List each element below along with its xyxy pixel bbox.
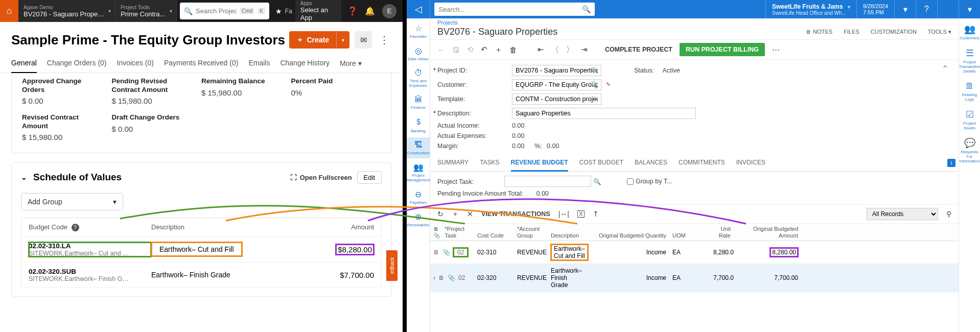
tab-more[interactable]: More ▾ xyxy=(340,56,362,73)
tab-balances[interactable]: BALANCES xyxy=(635,159,667,171)
tab-tasks[interactable]: TASKS xyxy=(480,159,499,171)
sidebar-item-time[interactable]: ⏱Time and Expenses xyxy=(407,65,430,91)
chevron-down-icon[interactable]: ⌄ xyxy=(21,173,27,181)
grid-row[interactable]: ›🗎📎 02 02-320 REVENUE Earthwork– Finish … xyxy=(430,264,959,292)
tab-general[interactable]: General xyxy=(11,56,37,73)
project-task-filter[interactable] xyxy=(504,176,591,187)
chevron-down-icon[interactable]: ▾ xyxy=(894,0,916,18)
star-icon[interactable]: ★ xyxy=(272,0,285,22)
sidebar-item-construction[interactable]: 🏗Construction xyxy=(407,137,430,158)
sidebar-item-payables[interactable]: ⊖Payables xyxy=(407,186,430,208)
global-search[interactable]: 🔍 xyxy=(434,3,595,16)
back-icon[interactable]: ◁ xyxy=(407,0,430,18)
note-icon[interactable]: 🗎 xyxy=(438,274,445,281)
notes-link[interactable]: 🗎 NOTES xyxy=(806,29,832,35)
apps-dropdown[interactable]: Apps Select an App xyxy=(295,0,341,22)
next-icon[interactable]: 〉 xyxy=(566,45,574,55)
tool-dropdown[interactable]: Project Tools Prime Contra... ▾ xyxy=(115,0,177,22)
group-by-task[interactable]: Group by T... xyxy=(627,178,672,185)
project-id-field[interactable] xyxy=(512,65,601,76)
help-icon[interactable]: ? xyxy=(72,224,79,231)
customer-field[interactable] xyxy=(512,79,601,90)
avatar[interactable]: E xyxy=(382,4,396,18)
breadcrumb[interactable]: Projects xyxy=(430,18,959,27)
tab-invoices[interactable]: INVOICES xyxy=(736,159,765,171)
add-group-select[interactable]: Add Group ▾ xyxy=(21,193,123,210)
search-icon[interactable]: 🔍 xyxy=(591,81,598,88)
add-icon[interactable]: ＋ xyxy=(495,45,502,55)
sidebar-transactions[interactable]: ☰Project Transaction Details xyxy=(959,48,980,74)
clip-icon[interactable]: 📎 xyxy=(448,274,455,281)
last-icon[interactable]: ⇥ xyxy=(581,45,588,54)
note-icon[interactable]: 🗎 xyxy=(433,249,439,256)
tab-cost-budget[interactable]: COST BUDGET xyxy=(579,159,623,171)
global-search-input[interactable] xyxy=(438,6,582,13)
sidebar-item-banking[interactable]: ＄Banking xyxy=(407,114,430,136)
search-icon[interactable]: 🔍 xyxy=(591,67,598,74)
help-icon[interactable]: ❓ xyxy=(347,6,358,16)
records-filter[interactable]: All Records xyxy=(867,208,938,220)
add-row-icon[interactable]: ＋ xyxy=(452,209,459,219)
sidebar-item-favorites[interactable]: ☆Favorites xyxy=(407,20,430,42)
collapse-icon[interactable]: ⌃ xyxy=(942,64,948,74)
edit-button[interactable]: Edit xyxy=(357,171,382,184)
bell-icon[interactable]: 🔔 xyxy=(365,6,375,16)
delete-icon[interactable]: 🗑 xyxy=(509,45,517,54)
chevron-down-icon[interactable]: ▾ xyxy=(336,31,349,49)
view-transactions[interactable]: VIEW TRANSACTIONS xyxy=(481,210,550,218)
refresh-icon[interactable]: ↻ xyxy=(437,210,444,218)
create-button[interactable]: ＋Create ▾ xyxy=(289,31,349,49)
split-divider[interactable] xyxy=(403,0,407,332)
tools-link[interactable]: TOOLS ▾ xyxy=(928,29,951,35)
feedback-tab[interactable]: edback xyxy=(386,250,398,281)
sidebar-item-receivables[interactable]: ⊕Receivables xyxy=(407,209,430,230)
home-icon[interactable]: ⌂ xyxy=(0,0,18,22)
first-icon[interactable]: ⇤ xyxy=(538,45,544,54)
delete-row-icon[interactable]: ✕ xyxy=(467,210,473,218)
sidebar-customers[interactable]: 👥Customers xyxy=(960,23,979,40)
save-icon[interactable]: 🖫 xyxy=(452,45,460,54)
help-icon[interactable]: ? xyxy=(916,0,937,18)
company-selector[interactable]: SweetLife Fruits & Jams ▾ SweetLife Head… xyxy=(765,0,856,18)
sidebar-item-pm[interactable]: 👥Project Management xyxy=(407,159,430,185)
sidebar-drawing-logs[interactable]: 🗎Drawing Logs xyxy=(959,81,980,102)
clip-icon[interactable]: 📎 xyxy=(442,249,450,256)
filter-icon[interactable]: ⚲ xyxy=(946,210,951,218)
excel-icon[interactable]: 🅇 xyxy=(577,210,585,218)
chevron-down-icon[interactable]: ▾ xyxy=(959,0,980,18)
files-link[interactable]: FILES xyxy=(844,29,859,35)
tab-emails[interactable]: Emails xyxy=(248,56,270,73)
tab-history[interactable]: Change History xyxy=(280,56,330,73)
sidebar-project-issues[interactable]: ☑Project Issues xyxy=(959,109,980,130)
back-icon[interactable]: ← xyxy=(437,45,445,54)
table-row[interactable]: 02.02-320.SUBSITEWORK.Earthwork– Finish … xyxy=(21,262,381,288)
search-project[interactable]: 🔍 Cmd K xyxy=(180,3,269,19)
business-date[interactable]: 9/28/2024 7:55 PM xyxy=(856,0,894,18)
complete-project-button[interactable]: COMPLETE PROJECT xyxy=(605,46,672,53)
org-project-dropdown[interactable]: Agave Demo BV2076 - Saguaro Propert... ▾ xyxy=(18,0,115,22)
sidebar-item-finance[interactable]: 🏛Finance xyxy=(407,92,430,113)
prev-icon[interactable]: 〈 xyxy=(551,45,559,55)
tab-payments[interactable]: Payments Received (0) xyxy=(164,56,239,73)
tab-invoices[interactable]: Invoices (0) xyxy=(117,56,154,73)
grid-row[interactable]: 🗎📎 02 02-310 REVENUE Earthwork– Cut and … xyxy=(430,241,959,264)
search-project-input[interactable] xyxy=(196,7,237,15)
customization-link[interactable]: CUSTOMIZATION xyxy=(871,29,917,35)
description-field[interactable] xyxy=(512,108,696,119)
undo-icon[interactable]: ↶ xyxy=(481,45,487,54)
more-icon[interactable]: ⋯ xyxy=(772,45,780,54)
user-icon[interactable]: 👤 xyxy=(937,0,959,18)
sidebar-item-dataviews[interactable]: ◎Data Views xyxy=(407,43,430,64)
sidebar-rfis[interactable]: 💬Requests For Information xyxy=(959,137,980,163)
edit-icon[interactable]: ✎ xyxy=(606,81,611,88)
open-fullscreen[interactable]: ⛶Open Fullscreen xyxy=(290,174,352,181)
more-icon[interactable]: ⋮ xyxy=(377,34,391,46)
template-field[interactable] xyxy=(512,93,601,105)
upload-icon[interactable]: ⤒ xyxy=(593,210,599,218)
fit-icon[interactable]: |↔| xyxy=(558,210,569,218)
info-icon[interactable]: i xyxy=(947,159,955,167)
tab-commitments[interactable]: COMMITMENTS xyxy=(679,159,725,171)
run-billing-button[interactable]: RUN PROJECT BILLING xyxy=(680,43,765,56)
tab-summary[interactable]: SUMMARY xyxy=(437,159,469,171)
tab-revenue-budget[interactable]: REVENUE BUDGET xyxy=(511,159,568,172)
